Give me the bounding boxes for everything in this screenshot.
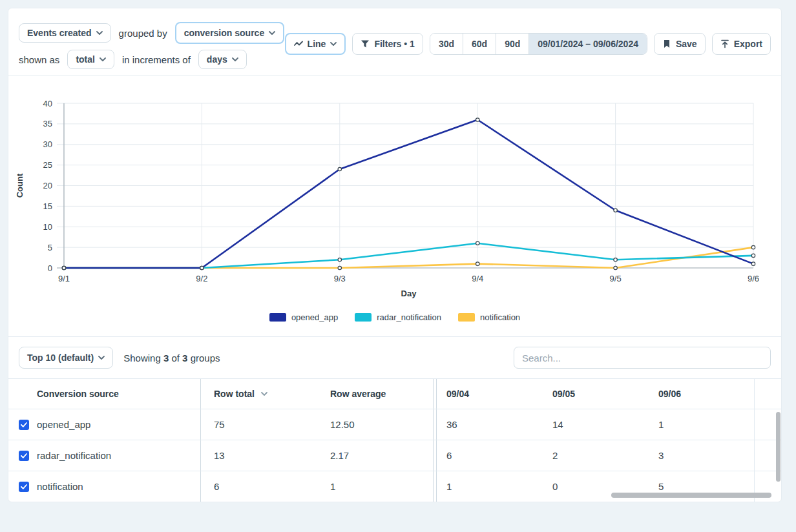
column-header-row-total[interactable]: Row total <box>201 379 317 409</box>
svg-text:40: 40 <box>43 99 52 108</box>
checkmark-icon <box>21 422 27 427</box>
group-by-dropdown[interactable]: conversion source <box>175 22 285 44</box>
legend-swatch <box>355 313 372 322</box>
legend-label: radar_notification <box>377 312 441 322</box>
value-cell: 14 <box>543 409 649 440</box>
value-cell: 36 <box>437 409 543 440</box>
column-header-row-average[interactable]: Row average <box>317 379 434 409</box>
svg-text:9/5: 9/5 <box>610 274 622 283</box>
custom-date-range-button[interactable]: 09/01/2024 – 09/06/2024 <box>529 34 647 54</box>
table-controls: Top 10 (default) Showing 3 of 3 groups <box>8 336 781 378</box>
shown-as-label: shown as <box>19 54 59 65</box>
legend-item-radar-notification[interactable]: radar_notification <box>355 312 441 322</box>
horizontal-scrollbar[interactable] <box>611 493 771 498</box>
checkmark-icon <box>21 453 27 458</box>
row-label: radar_notification <box>37 450 111 461</box>
grouped-by-label: grouped by <box>119 28 167 39</box>
filters-button[interactable]: Filters • 1 <box>352 33 423 55</box>
column-header-conversion-source[interactable]: Conversion source <box>8 379 201 409</box>
date-range-group: 30d 60d 90d 09/01/2024 – 09/06/2024 <box>430 33 647 55</box>
svg-text:5: 5 <box>48 243 52 252</box>
save-button[interactable]: Save <box>654 33 706 55</box>
sort-chevron-down-icon <box>261 392 267 396</box>
row-label: opened_app <box>37 419 90 430</box>
legend-item-opened-app[interactable]: opened_app <box>269 312 338 322</box>
row-total-cell: 75 <box>201 409 317 440</box>
value-cell: 2 <box>543 440 649 471</box>
svg-text:Count: Count <box>15 173 25 198</box>
groups-total-count: 3 <box>182 353 187 363</box>
row-label: notification <box>37 481 83 492</box>
legend-item-notification[interactable]: notification <box>458 312 520 322</box>
column-header-09-06[interactable]: 09/06 <box>649 379 755 409</box>
svg-text:0: 0 <box>48 263 52 273</box>
svg-text:9/4: 9/4 <box>472 274 483 283</box>
export-label: Export <box>734 39 762 49</box>
chart-legend: opened_app radar_notification notificati… <box>8 312 781 322</box>
save-label: Save <box>676 39 697 49</box>
row-checkbox[interactable] <box>19 420 29 430</box>
top-groups-label: Top 10 (default) <box>27 353 94 363</box>
svg-text:9/3: 9/3 <box>334 274 346 283</box>
shown-as-dropdown[interactable]: total <box>67 50 114 69</box>
groups-shown-count: 3 <box>163 353 169 363</box>
vertical-scrollbar[interactable] <box>776 412 780 482</box>
value-cell: 6 <box>437 440 543 471</box>
svg-text:Day: Day <box>401 289 417 298</box>
legend-swatch <box>269 313 286 322</box>
line-chart[interactable]: 05101520253035409/19/29/39/49/59/6CountD… <box>8 76 782 301</box>
toolbar-actions: Line Filters • 1 30d 60d 90d 09/01/2024 … <box>285 33 771 76</box>
value-cell: 3 <box>649 440 755 471</box>
funnel-icon <box>361 39 370 48</box>
checkmark-icon <box>21 484 27 489</box>
top-groups-dropdown[interactable]: Top 10 (default) <box>19 347 113 369</box>
chevron-down-icon <box>96 31 103 35</box>
line-chart-icon <box>294 39 303 48</box>
range-60d-button[interactable]: 60d <box>463 34 496 54</box>
svg-text:25: 25 <box>43 160 52 170</box>
increments-value: days <box>207 54 227 65</box>
row-total-cell: 13 <box>201 440 317 471</box>
legend-swatch <box>458 313 475 322</box>
row-checkbox[interactable] <box>19 482 29 492</box>
svg-text:9/6: 9/6 <box>748 274 759 283</box>
svg-text:10: 10 <box>43 222 52 232</box>
table-header-row: Conversion source Row total Row average … <box>8 378 781 409</box>
svg-text:9/1: 9/1 <box>58 274 70 283</box>
svg-text:9/2: 9/2 <box>196 274 207 283</box>
shown-as-value: total <box>76 54 95 65</box>
export-button[interactable]: Export <box>712 33 771 55</box>
query-builder: Events created grouped by conversion sou… <box>19 22 284 76</box>
chevron-down-icon <box>98 356 105 360</box>
row-checkbox[interactable] <box>19 451 29 461</box>
search-input[interactable] <box>514 347 771 369</box>
scrollable-columns: 09/04 09/05 09/06 <box>436 379 781 409</box>
table-body: opened_app 75 12.50 36 14 1 radar_notifi… <box>8 409 781 502</box>
chevron-down-icon <box>100 57 106 61</box>
legend-label: opened_app <box>291 312 338 322</box>
range-90d-button[interactable]: 90d <box>496 34 529 54</box>
metric-dropdown[interactable]: Events created <box>19 23 111 43</box>
chart-type-dropdown[interactable]: Line <box>285 33 346 55</box>
column-header-09-05[interactable]: 09/05 <box>543 379 649 409</box>
metric-dropdown-label: Events created <box>27 28 92 38</box>
svg-text:30: 30 <box>43 139 52 149</box>
toolbar: Events created grouped by conversion sou… <box>8 8 781 76</box>
breakdown-table: Conversion source Row total Row average … <box>8 378 781 502</box>
row-average-cell: 12.50 <box>317 409 434 440</box>
report-card: Events created grouped by conversion sou… <box>8 8 782 502</box>
svg-text:20: 20 <box>43 181 52 190</box>
table-row-opened-app: opened_app 75 12.50 36 14 1 <box>8 409 781 440</box>
value-cell: 1 <box>649 409 755 440</box>
increments-label: in increments of <box>122 54 191 65</box>
row-average-cell: 1 <box>317 471 434 502</box>
column-header-09-04[interactable]: 09/04 <box>437 379 543 409</box>
range-30d-button[interactable]: 30d <box>430 34 463 54</box>
groups-summary: Showing 3 of 3 groups <box>123 353 220 363</box>
increments-dropdown[interactable]: days <box>198 50 247 69</box>
filters-label: Filters • 1 <box>374 39 414 49</box>
row-total-cell: 6 <box>201 471 317 502</box>
legend-label: notification <box>480 312 520 322</box>
group-by-value: conversion source <box>184 28 265 38</box>
row-average-cell: 2.17 <box>317 440 434 471</box>
